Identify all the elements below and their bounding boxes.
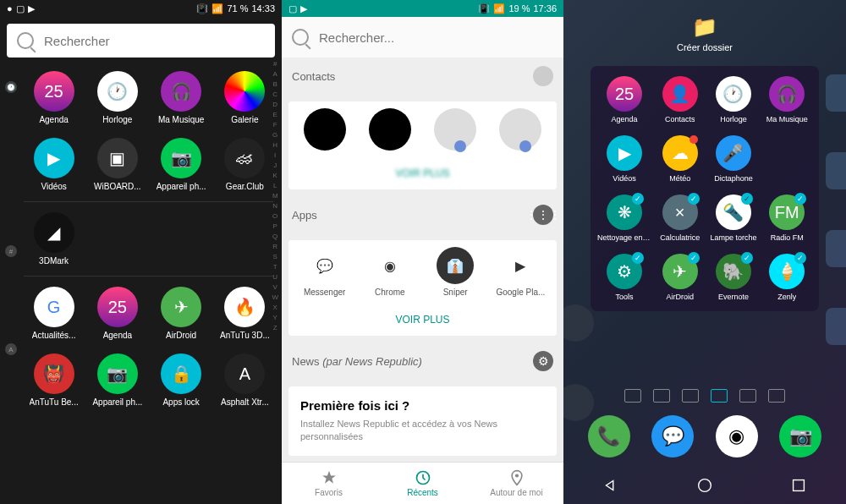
app-nettoyage-en-un-clic[interactable]: ❋ ✓ Nettoyage en un clic (597, 194, 651, 242)
app-agenda[interactable]: 25 Agenda (24, 71, 84, 124)
contact-avatar-empty[interactable] (499, 108, 541, 151)
app-agenda[interactable]: 25 Agenda (597, 76, 651, 123)
app-messenger[interactable]: 💬 Messenger (295, 247, 354, 297)
contact-avatar-empty[interactable] (434, 108, 476, 151)
app-appareil-ph---[interactable]: 📷 Appareil ph... (87, 353, 147, 407)
app-label: Ma Musique (158, 115, 204, 124)
layout-option[interactable] (711, 389, 728, 403)
news-card[interactable]: Première fois ici ? Installez News Repub… (288, 386, 557, 456)
screenshot-icon: ▢ (16, 3, 25, 14)
app-label: AirDroid (166, 331, 196, 340)
back-button[interactable] (602, 476, 620, 495)
see-more-button[interactable]: VOIR PLUS (288, 304, 557, 336)
app-sniper[interactable]: 👔 Sniper (426, 247, 485, 297)
apps-header: Apps ⋮⋮⋮ (282, 196, 563, 233)
youtube-icon: ▶ (300, 3, 307, 14)
app-galerie[interactable]: Galerie (215, 71, 275, 124)
tab-label: Autour de moi (490, 488, 542, 497)
tab-favoris[interactable]: Favoris (282, 463, 376, 504)
screen-app-drawer: ●▢▶ 📳📶71 %14:33 #ABCDEFGHIJKLMNOPQRSTUVW… (0, 0, 282, 504)
app-dictaphone[interactable]: 🎤 Dictaphone (708, 135, 758, 183)
app-agenda[interactable]: 25 Agenda (87, 287, 147, 340)
layout-option[interactable] (624, 389, 641, 403)
check-icon: ✓ (632, 252, 644, 264)
status-bar: ▢▶ 📳📶19 %17:36 (282, 0, 563, 17)
see-more-button[interactable]: VOIR PLUS (288, 157, 557, 189)
folder-grid: 25 Agenda 👤 Contacts 🕐 Horloge 🎧 Ma Musi… (591, 66, 819, 311)
app-lampe-torche[interactable]: 🔦 ✓ Lampe torche (708, 194, 758, 242)
app-chrome[interactable]: ◉ Chrome (360, 247, 420, 297)
layout-option[interactable] (653, 389, 670, 403)
app-label: AnTuTu Be... (30, 397, 79, 407)
search-input[interactable] (44, 34, 265, 48)
folder-header[interactable]: 📁 Créer dossier (563, 0, 846, 59)
tab-autour-de-moi[interactable]: Autour de moi (470, 463, 563, 504)
app-apps-lock[interactable]: 🔒 Apps lock (151, 353, 212, 407)
app-ma-musique[interactable]: 🎧 Ma Musique (151, 71, 212, 124)
contact-header-icon[interactable] (533, 66, 553, 86)
clock-icon (415, 469, 431, 486)
app-antutu-be---[interactable]: 👹 AnTuTu Be... (24, 353, 84, 407)
dock-app[interactable]: 💬 (651, 415, 694, 457)
wifi-icon: 📶 (493, 3, 505, 14)
app-label: Ma Musique (766, 115, 808, 123)
screen-folder-edit: 📁 Créer dossier 25 Agenda 👤 Contacts 🕐 H… (563, 0, 846, 504)
app-icon: ▣ (97, 138, 138, 178)
star-icon (321, 469, 338, 486)
layout-option[interactable] (682, 389, 699, 403)
settings-icon[interactable]: ⚙ (533, 351, 553, 371)
app-icon: ✈ ✓ (662, 254, 698, 289)
app-airdroid[interactable]: ✈ ✓ AirDroid (655, 254, 705, 301)
app-radio-fm[interactable]: FM ✓ Radio FM (762, 194, 812, 242)
app-icon: 🕐 (97, 71, 138, 112)
dock-app[interactable]: 📷 (779, 415, 821, 457)
app-antutu-3d---[interactable]: 🔥 AnTuTu 3D... (215, 287, 275, 340)
app-label: Horloge (720, 115, 747, 123)
search-bar[interactable] (7, 24, 275, 58)
app-tools[interactable]: ⚙ ✓ Tools (597, 254, 651, 301)
screen-search: ▢▶ 📳📶19 %17:36 Contacts VOIR PLUS Apps ⋮… (282, 0, 563, 504)
search-bar[interactable] (282, 17, 563, 58)
app-m-t-o[interactable]: ☁ Météo (655, 135, 705, 183)
app-airdroid[interactable]: ✈ AirDroid (151, 287, 212, 340)
app-label: AnTuTu 3D... (220, 331, 270, 340)
app-label: Météo (669, 174, 690, 183)
home-button[interactable] (695, 476, 714, 495)
app-3dmark[interactable]: ◢ 3DMark (24, 212, 84, 266)
app-wiboard---[interactable]: ▣ WiBOARD... (87, 138, 147, 191)
contact-avatar[interactable] (369, 108, 411, 151)
apps-grid-icon[interactable]: ⋮⋮⋮ (533, 205, 553, 225)
app-gear-club[interactable]: 🏎 Gear.Club (215, 138, 275, 191)
app-icon: 25 (607, 76, 642, 112)
search-input[interactable] (319, 30, 553, 45)
app-asphalt-xtr---[interactable]: A Asphalt Xtr... (215, 353, 275, 407)
app-calculatrice[interactable]: × ✓ Calculatrice (655, 194, 705, 242)
layout-option[interactable] (768, 389, 785, 403)
tab-récents[interactable]: Récents (376, 463, 470, 504)
folder-label: Créer dossier (563, 42, 846, 52)
app-icon: 🔒 (161, 353, 201, 394)
app-icon: 🐘 ✓ (716, 254, 751, 289)
app-google-pla---[interactable]: ▶ Google Pla... (491, 247, 550, 297)
layout-option[interactable] (739, 389, 756, 403)
app-vid-os[interactable]: ▶ Vidéos (597, 135, 651, 183)
app-vid-os[interactable]: ▶ Vidéos (24, 138, 84, 191)
app-horloge[interactable]: 🕐 Horloge (87, 71, 147, 124)
recents-button[interactable] (789, 476, 808, 495)
contact-avatar[interactable] (304, 108, 346, 151)
app-evernote[interactable]: 🐘 ✓ Evernote (708, 254, 758, 301)
app-actualit-s---[interactable]: G Actualités... (24, 287, 84, 340)
dock-app[interactable]: ◉ (716, 415, 758, 457)
dock-app[interactable]: 📞 (588, 415, 630, 457)
divider (24, 201, 273, 202)
app-appareil-ph---[interactable]: 📷 Appareil ph... (151, 138, 212, 191)
apps-section: 💬 Messenger ◉ Chrome 👔 Sniper ▶ Google P… (288, 240, 557, 336)
app-label: Calculatrice (660, 233, 700, 242)
app-zenly[interactable]: 🍦 ✓ Zenly (762, 254, 812, 301)
app-contacts[interactable]: 👤 Contacts (655, 76, 705, 123)
app-icon: ☁ (662, 135, 698, 171)
app-ma-musique[interactable]: 🎧 Ma Musique (762, 76, 812, 123)
app-icon: 🎤 (716, 135, 751, 171)
app-horloge[interactable]: 🕐 Horloge (708, 76, 758, 123)
app-icon: 👔 (437, 247, 474, 284)
